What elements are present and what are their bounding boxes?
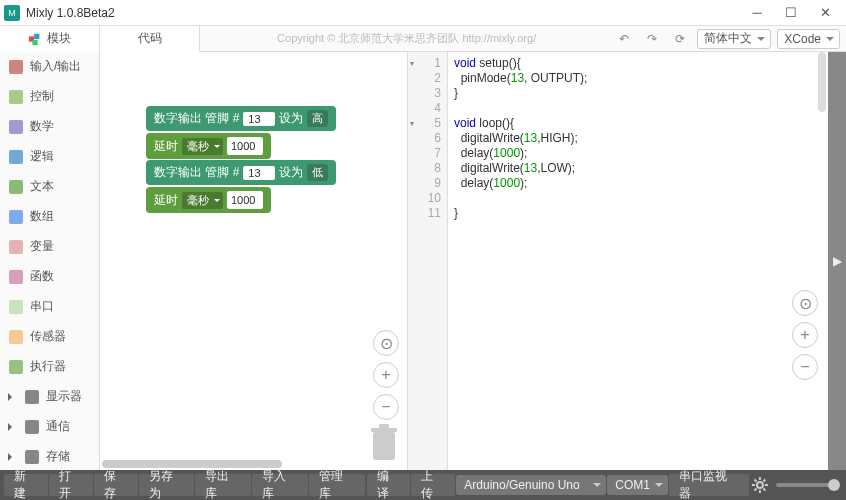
zoom-slider[interactable] (776, 483, 836, 487)
svg-rect-12 (9, 330, 23, 344)
main-area: 输入/输出控制数学逻辑文本数组变量函数串口传感器执行器显示器通信存储 数字输出 … (0, 52, 846, 470)
category-5[interactable]: 数组 (0, 202, 99, 232)
svg-rect-6 (9, 150, 23, 164)
category-2[interactable]: 数学 (0, 112, 99, 142)
title-bar: M Mixly 1.0.8Beta2 ─ ☐ ✕ (0, 0, 846, 26)
svg-rect-9 (9, 240, 23, 254)
category-icon (8, 89, 24, 105)
category-12[interactable]: 通信 (0, 412, 99, 442)
category-icon (8, 119, 24, 135)
board-select[interactable]: Arduino/Genuino Uno (456, 475, 606, 495)
pin-select[interactable]: 13 (243, 112, 274, 126)
unit-select[interactable]: 毫秒 (182, 138, 223, 155)
category-icon (8, 209, 24, 225)
code-zoom-in-button[interactable]: + (792, 322, 818, 348)
zoom-out-button[interactable]: − (373, 394, 399, 420)
category-6[interactable]: 变量 (0, 232, 99, 262)
settings-icon[interactable] (750, 475, 770, 495)
expand-icon (8, 453, 16, 461)
undo-button[interactable]: ↶ (613, 28, 635, 50)
workspace-hscroll[interactable] (102, 460, 282, 468)
block-delay-1[interactable]: 延时 毫秒 (146, 133, 271, 159)
maximize-button[interactable]: ☐ (774, 2, 808, 24)
line-number: 10 (408, 191, 441, 206)
category-sidebar[interactable]: 输入/输出控制数学逻辑文本数组变量函数串口传感器执行器显示器通信存储 (0, 52, 100, 470)
block-workspace[interactable]: 数字输出 管脚 # 13 设为 高 延时 毫秒 数字输出 管脚 # 13 设为 … (100, 52, 408, 470)
saveas-button[interactable]: 另存为 (139, 474, 195, 496)
category-11[interactable]: 显示器 (0, 382, 99, 412)
app-logo: M (4, 5, 20, 21)
open-button[interactable]: 打开 (49, 474, 93, 496)
zoom-in-button[interactable]: + (373, 362, 399, 388)
category-icon (8, 359, 24, 375)
svg-rect-7 (9, 180, 23, 194)
svg-rect-3 (9, 60, 23, 74)
category-3[interactable]: 逻辑 (0, 142, 99, 172)
code-center-button[interactable]: ⊙ (792, 290, 818, 316)
block-digital-out-2[interactable]: 数字输出 管脚 # 13 设为 低 (146, 160, 336, 185)
value-select[interactable]: 低 (307, 164, 328, 181)
code-zoom-out-button[interactable]: − (792, 354, 818, 380)
svg-rect-8 (9, 210, 23, 224)
theme-select[interactable]: XCode (777, 29, 840, 49)
category-10[interactable]: 执行器 (0, 352, 99, 382)
svg-rect-4 (9, 90, 23, 104)
category-4[interactable]: 文本 (0, 172, 99, 202)
value-select[interactable]: 高 (307, 110, 328, 127)
category-label: 传感器 (30, 328, 66, 345)
category-label: 存储 (46, 448, 70, 465)
new-button[interactable]: 新建 (4, 474, 48, 496)
line-number: 5 (408, 116, 441, 131)
export-lib-button[interactable]: 导出库 (195, 474, 251, 496)
svg-rect-15 (25, 420, 39, 434)
tab-bar: 模块 代码 Copyright © 北京师范大学米思齐团队 http://mix… (0, 26, 846, 52)
delay-input[interactable] (227, 191, 263, 209)
refresh-button[interactable]: ⟳ (669, 28, 691, 50)
category-8[interactable]: 串口 (0, 292, 99, 322)
category-icon (8, 239, 24, 255)
block-delay-2[interactable]: 延时 毫秒 (146, 187, 271, 213)
port-select[interactable]: COM1 (607, 475, 668, 495)
category-label: 函数 (30, 268, 54, 285)
category-label: 文本 (30, 178, 54, 195)
manage-lib-button[interactable]: 管理库 (309, 474, 365, 496)
code-panel: 1234567891011 void setup(){ pinMode(13, … (408, 52, 846, 470)
collapse-handle[interactable]: ▶ (828, 52, 846, 470)
tab-blocks-label: 模块 (47, 30, 71, 47)
compile-button[interactable]: 编译 (367, 474, 411, 496)
save-button[interactable]: 保存 (94, 474, 138, 496)
upload-button[interactable]: 上传 (411, 474, 455, 496)
line-number: 6 (408, 131, 441, 146)
category-0[interactable]: 输入/输出 (0, 52, 99, 82)
serial-monitor-button[interactable]: 串口监视器 (669, 474, 749, 496)
svg-rect-10 (9, 270, 23, 284)
svg-rect-17 (373, 432, 395, 460)
category-icon (24, 389, 40, 405)
redo-button[interactable]: ↷ (641, 28, 663, 50)
language-select[interactable]: 简体中文 (697, 29, 771, 49)
category-label: 控制 (30, 88, 54, 105)
trash-icon[interactable] (369, 424, 399, 462)
expand-icon (8, 423, 16, 431)
line-gutter: 1234567891011 (408, 52, 448, 470)
import-lib-button[interactable]: 导入库 (252, 474, 308, 496)
tab-blocks[interactable]: 模块 (0, 26, 100, 52)
delay-input[interactable] (227, 137, 263, 155)
code-vscroll[interactable] (818, 52, 826, 112)
unit-select[interactable]: 毫秒 (182, 192, 223, 209)
pin-select[interactable]: 13 (243, 166, 274, 180)
category-label: 逻辑 (30, 148, 54, 165)
category-icon (24, 419, 40, 435)
category-13[interactable]: 存储 (0, 442, 99, 470)
block-digital-out-1[interactable]: 数字输出 管脚 # 13 设为 高 (146, 106, 336, 131)
close-button[interactable]: ✕ (808, 2, 842, 24)
category-7[interactable]: 函数 (0, 262, 99, 292)
center-button[interactable]: ⊙ (373, 330, 399, 356)
category-1[interactable]: 控制 (0, 82, 99, 112)
category-9[interactable]: 传感器 (0, 322, 99, 352)
category-label: 执行器 (30, 358, 66, 375)
code-editor[interactable]: void setup(){ pinMode(13, OUTPUT); } voi… (448, 52, 828, 470)
tab-code[interactable]: 代码 (100, 26, 200, 52)
minimize-button[interactable]: ─ (740, 2, 774, 24)
expand-icon (8, 393, 16, 401)
